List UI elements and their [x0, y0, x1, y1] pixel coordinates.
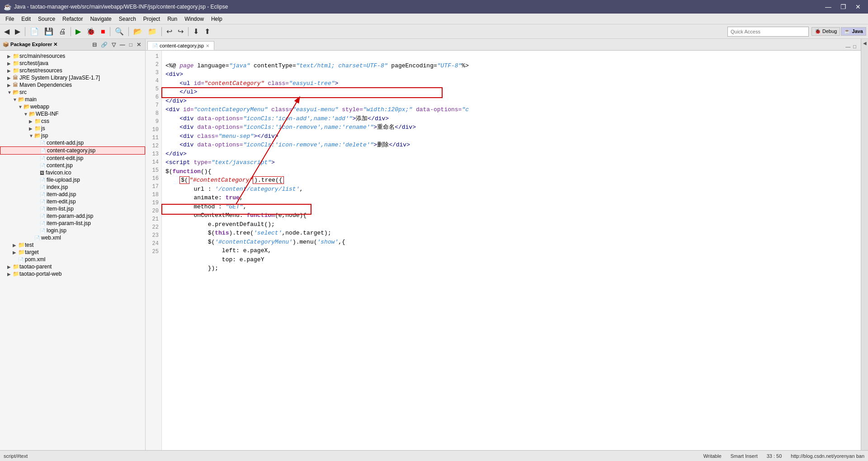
menu-run[interactable]: Run: [164, 15, 181, 23]
jsp-file-icon: 📄: [40, 192, 45, 197]
tree-item-taotao-portal[interactable]: ▶ 📁 taotao-portal-web: [0, 270, 145, 278]
editor-max-icon[interactable]: □: [852, 43, 857, 50]
status-insert[interactable]: Smart Insert: [731, 453, 758, 459]
tree-item-js[interactable]: ▶ 📁 js: [0, 125, 145, 132]
sidebar-tree: ▶ 📁 src/main/resources ▶ 📁 src/test/java…: [0, 51, 145, 450]
window-title: Java - taotao-manager-web/src/main/webap…: [14, 4, 228, 10]
tree-item-css[interactable]: ▶ 📁 css: [0, 118, 145, 125]
forward-button[interactable]: ▶: [13, 26, 23, 37]
tree-item-src-main-resources[interactable]: ▶ 📁 src/main/resources: [0, 52, 145, 60]
folder-icon: 📁: [34, 118, 41, 124]
close-button[interactable]: ✕: [852, 2, 864, 11]
new-button[interactable]: 📄: [28, 26, 41, 37]
right-panel-btn[interactable]: ◀: [863, 41, 867, 46]
menu-window[interactable]: Window: [181, 15, 208, 23]
package-explorer: 📦 Package Explorer ✕ ⊟ 🔗 ▽ — □ ✕ ▶ 📁 src…: [0, 39, 146, 450]
sidebar-header: 📦 Package Explorer ✕ ⊟ 🔗 ▽ — □ ✕: [0, 39, 145, 51]
tree-item-src-test-resources[interactable]: ▶ 📁 src/test/resources: [0, 67, 145, 74]
jsp-file-icon: 📄: [40, 141, 45, 146]
tree-item-index[interactable]: ▶ 📄 index.jsp: [0, 183, 145, 191]
arrow-icon: ▼: [18, 104, 24, 109]
menu-refactor[interactable]: Refactor: [59, 15, 86, 23]
tree-item-content-add[interactable]: ▶ 📄 content-add.jsp: [0, 139, 145, 146]
tree-label: WEB-INF: [36, 111, 59, 117]
debug-run-button[interactable]: 🐞: [84, 26, 98, 37]
folder-icon: 📁: [18, 249, 25, 255]
tree-item-maven[interactable]: ▶ 🏛 Maven Dependencies: [0, 81, 145, 89]
tree-item-content-edit[interactable]: ▶ 📄 content-edit.jsp: [0, 155, 145, 162]
editor-area: 📄 content-category.jsp ✕ — □ 12345678910…: [146, 39, 861, 450]
tree-item-content-category[interactable]: ▶ 📄 content-category.jsp: [0, 146, 145, 155]
menu-file[interactable]: File: [2, 15, 18, 23]
menu-source[interactable]: Source: [34, 15, 59, 23]
tree-item-pom[interactable]: ▶ 📄 pom.xml: [0, 256, 145, 263]
tree-item-login[interactable]: ▶ 📄 login.jsp: [0, 227, 145, 234]
java-icon: ☕: [4, 3, 11, 10]
open-type-button[interactable]: 📂: [131, 26, 145, 37]
status-mode[interactable]: Writable: [703, 453, 722, 459]
menu-project[interactable]: Project: [140, 15, 164, 23]
quick-access-input[interactable]: [727, 27, 809, 37]
collapse-all-icon[interactable]: ⊟: [91, 41, 98, 48]
next-annotation-button[interactable]: ⬇: [191, 26, 201, 37]
tree-item-webxml[interactable]: ▶ 📄 web.xml: [0, 234, 145, 241]
menu-help[interactable]: Help: [208, 15, 226, 23]
tree-item-main[interactable]: ▼ 📂 main: [0, 96, 145, 103]
sidebar-max-icon[interactable]: □: [128, 41, 134, 48]
sidebar-min-icon[interactable]: —: [118, 41, 127, 48]
tree-item-file-upload[interactable]: ▶ 📄 file-upload.jsp: [0, 176, 145, 183]
tree-item-item-param-list[interactable]: ▶ 📄 item-param-list.jsp: [0, 220, 145, 227]
menu-search[interactable]: Search: [115, 15, 140, 23]
tree-item-jsp-folder[interactable]: ▼ 📂 jsp: [0, 132, 145, 139]
open-resource-button[interactable]: 📁: [146, 26, 159, 37]
sidebar-close-icon[interactable]: ✕: [135, 41, 142, 48]
menu-navigate[interactable]: Navigate: [86, 15, 115, 23]
tree-item-src-test-java[interactable]: ▶ 📁 src/test/java: [0, 60, 145, 67]
tree-label: favicon.ico: [46, 169, 71, 176]
link-with-editor-icon[interactable]: 🔗: [99, 41, 109, 48]
undo-button[interactable]: ↩: [164, 26, 175, 37]
tree-item-webinf[interactable]: ▼ 📂 WEB-INF: [0, 110, 145, 118]
tree-item-jre[interactable]: ▶ 🏛 JRE System Library [JavaSE-1.7]: [0, 74, 145, 81]
search-button[interactable]: 🔍: [113, 26, 126, 37]
prev-annotation-button[interactable]: ⬆: [202, 26, 212, 37]
status-position: 33 : 50: [767, 453, 782, 459]
jsp-file-icon: 📄: [40, 228, 45, 233]
right-panel: ◀: [861, 39, 868, 450]
tab-close-icon[interactable]: ✕: [206, 43, 209, 48]
tree-label: item-edit.jsp: [47, 198, 76, 205]
debug-perspective-button[interactable]: 🐞 Debug: [811, 27, 840, 36]
tree-item-item-list[interactable]: ▶ 📄 item-list.jsp: [0, 205, 145, 212]
maximize-button[interactable]: ❐: [837, 2, 850, 11]
tree-item-content[interactable]: ▶ 📄 content.jsp: [0, 162, 145, 169]
tree-item-item-add[interactable]: ▶ 📄 item-add.jsp: [0, 191, 145, 198]
arrow-icon: ▼: [29, 133, 34, 138]
editor-tab-content-category[interactable]: 📄 content-category.jsp ✕: [147, 41, 214, 50]
java-perspective-button[interactable]: ☕ Java: [841, 27, 866, 36]
print-button[interactable]: 🖨: [57, 26, 68, 37]
tree-item-test[interactable]: ▶ 📁 test: [0, 241, 145, 249]
menu-edit[interactable]: Edit: [18, 15, 34, 23]
stop-button[interactable]: ■: [99, 26, 108, 37]
editor-min-icon[interactable]: —: [844, 43, 851, 50]
run-button[interactable]: ▶: [73, 26, 83, 37]
minimize-button[interactable]: —: [821, 2, 835, 11]
tree-item-item-param-add[interactable]: ▶ 📄 item-param-add.jsp: [0, 212, 145, 220]
back-button[interactable]: ◀: [2, 26, 12, 37]
tree-label: src/test/java: [19, 60, 48, 66]
tree-item-webapp[interactable]: ▼ 📂 webapp: [0, 103, 145, 110]
tree-item-src[interactable]: ▼ 📂 src: [0, 89, 145, 96]
jre-icon: 🏛: [13, 75, 18, 81]
redo-button[interactable]: ↪: [175, 26, 186, 37]
tree-label: content.jsp: [47, 162, 73, 169]
tree-label: taotao-parent: [19, 263, 52, 270]
code-editor[interactable]: 1234567891011121314151617181920212223242…: [146, 51, 861, 450]
tree-item-target[interactable]: ▶ 📁 target: [0, 249, 145, 256]
tree-item-favicon[interactable]: ▶ 🖼 favicon.ico: [0, 169, 145, 176]
save-button[interactable]: 💾: [42, 26, 56, 37]
tree-item-item-edit[interactable]: ▶ 📄 item-edit.jsp: [0, 198, 145, 205]
status-url: http://blog.csdn.net/yorenyan ban: [791, 453, 864, 459]
view-menu-icon[interactable]: ▽: [110, 41, 117, 48]
tree-item-taotao-parent[interactable]: ▶ 📁 taotao-parent: [0, 263, 145, 270]
arrow-icon: ▶: [13, 243, 18, 248]
